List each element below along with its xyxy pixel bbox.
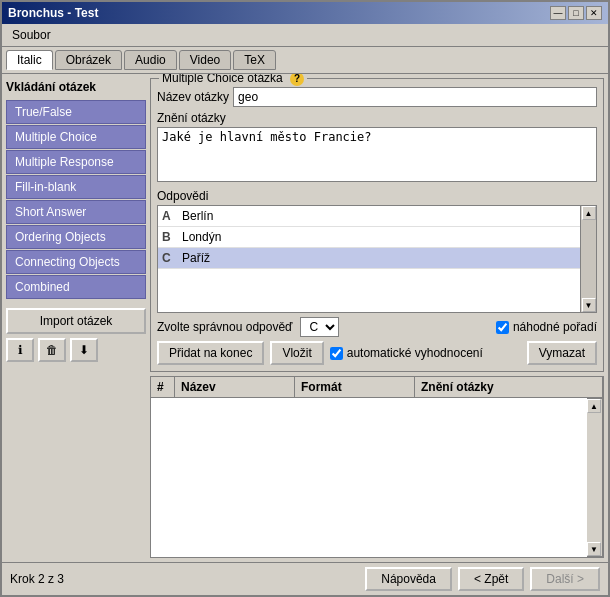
- nav-combined[interactable]: Combined: [6, 275, 146, 299]
- right-panel: Multiple Choice otázka ? Název otázky Zn…: [150, 78, 604, 558]
- toolbar: Italic Obrázek Audio Video TeX: [2, 47, 608, 74]
- answer-letter-b: B: [162, 230, 182, 244]
- vymazat-button[interactable]: Vymazat: [527, 341, 597, 365]
- auto-label: automatické vyhodnocení: [347, 346, 483, 360]
- table-scroll-up[interactable]: ▲: [587, 399, 601, 413]
- answer-row-b[interactable]: B Londýn: [158, 227, 580, 248]
- table-scrollbar[interactable]: ▲ ▼: [587, 398, 603, 557]
- zneni-textarea[interactable]: Jaké je hlavní město Francie?: [157, 127, 597, 182]
- nav-connecting-objects[interactable]: Connecting Objects: [6, 250, 146, 274]
- table-scroll-down[interactable]: ▼: [587, 542, 601, 556]
- answer-text-c: Paříž: [182, 251, 576, 265]
- bottom-bar: Krok 2 z 3 Nápověda < Zpět Další >: [2, 562, 608, 595]
- tab-tex[interactable]: TeX: [233, 50, 276, 70]
- zneni-label: Znění otázky: [157, 111, 597, 125]
- tab-italic[interactable]: Italic: [6, 50, 53, 70]
- pridat-button[interactable]: Přidat na konec: [157, 341, 264, 365]
- menu-soubor[interactable]: Soubor: [6, 26, 57, 44]
- answers-list: A Berlín B Londýn C Paříž: [157, 205, 581, 313]
- close-button[interactable]: ✕: [586, 6, 602, 20]
- icon-row: ℹ 🗑 ⬇: [6, 338, 146, 362]
- nazev-label: Název otázky: [157, 90, 229, 104]
- table-body-container: ▲ ▼: [151, 398, 603, 557]
- maximize-button[interactable]: □: [568, 6, 584, 20]
- nazev-row: Název otázky: [157, 87, 597, 107]
- table-header: # Název Formát Znění otázky: [151, 377, 603, 398]
- step-label: Krok 2 z 3: [10, 572, 64, 586]
- nav-true-false[interactable]: True/False: [6, 100, 146, 124]
- multiple-choice-group: Multiple Choice otázka ? Název otázky Zn…: [150, 78, 604, 372]
- answers-scrollbar[interactable]: ▲ ▼: [581, 205, 597, 313]
- answer-text-a: Berlín: [182, 209, 576, 223]
- answer-row-a[interactable]: A Berlín: [158, 206, 580, 227]
- download-icon-button[interactable]: ⬇: [70, 338, 98, 362]
- answers-container: A Berlín B Londýn C Paříž ▲: [157, 205, 597, 313]
- group-title: Multiple Choice otázka ?: [159, 74, 307, 86]
- correct-answer-row: Zvolte správnou odpověď C A B náhodné po…: [157, 317, 597, 337]
- auto-checkbox[interactable]: [330, 347, 343, 360]
- scroll-up-arrow[interactable]: ▲: [582, 206, 596, 220]
- table-section: # Název Formát Znění otázky ▲ ▼: [150, 376, 604, 558]
- action-row: Přidat na konec Vložit automatické vyhod…: [157, 341, 597, 365]
- menu-bar: Soubor: [2, 24, 608, 47]
- col-name: Název: [175, 377, 295, 397]
- main-window: Bronchus - Test — □ ✕ Soubor Italic Obrá…: [0, 0, 610, 597]
- vlozit-button[interactable]: Vložit: [270, 341, 323, 365]
- col-question: Znění otázky: [415, 377, 603, 397]
- nav-multiple-choice[interactable]: Multiple Choice: [6, 125, 146, 149]
- vkladani-header: Vkládání otázek: [6, 78, 146, 96]
- scroll-thumb: [581, 220, 596, 298]
- info-icon-button[interactable]: ℹ: [6, 338, 34, 362]
- col-hash: #: [151, 377, 175, 397]
- answer-row-c[interactable]: C Paříž: [158, 248, 580, 269]
- zpet-button[interactable]: < Zpět: [458, 567, 524, 591]
- tab-video[interactable]: Video: [179, 50, 231, 70]
- table-body: [151, 398, 587, 557]
- title-bar-buttons: — □ ✕: [550, 6, 602, 20]
- bottom-buttons: Nápověda < Zpět Další >: [365, 567, 600, 591]
- nazev-input[interactable]: [233, 87, 597, 107]
- dalsi-button[interactable]: Další >: [530, 567, 600, 591]
- answer-letter-a: A: [162, 209, 182, 223]
- tab-audio[interactable]: Audio: [124, 50, 177, 70]
- napoveda-button[interactable]: Nápověda: [365, 567, 452, 591]
- delete-icon-button[interactable]: 🗑: [38, 338, 66, 362]
- tab-obrazek[interactable]: Obrázek: [55, 50, 122, 70]
- import-button[interactable]: Import otázek: [6, 308, 146, 334]
- scroll-down-arrow[interactable]: ▼: [582, 298, 596, 312]
- answer-text-b: Londýn: [182, 230, 576, 244]
- correct-label: Zvolte správnou odpověď: [157, 320, 292, 334]
- help-icon[interactable]: ?: [290, 74, 304, 86]
- odpovedi-label: Odpovědi: [157, 189, 597, 203]
- answer-letter-c: C: [162, 251, 182, 265]
- left-panel: Vkládání otázek True/False Multiple Choi…: [6, 78, 146, 558]
- nav-multiple-response[interactable]: Multiple Response: [6, 150, 146, 174]
- random-order-label: náhodné pořadí: [513, 320, 597, 334]
- col-format: Formát: [295, 377, 415, 397]
- window-title: Bronchus - Test: [8, 6, 98, 20]
- random-order-row: náhodné pořadí: [496, 320, 597, 334]
- random-order-checkbox[interactable]: [496, 321, 509, 334]
- title-bar: Bronchus - Test — □ ✕: [2, 2, 608, 24]
- nav-short-answer[interactable]: Short Answer: [6, 200, 146, 224]
- correct-answer-select[interactable]: C A B: [300, 317, 339, 337]
- nav-ordering-objects[interactable]: Ordering Objects: [6, 225, 146, 249]
- nav-fill-in-blank[interactable]: Fill-in-blank: [6, 175, 146, 199]
- main-content: Vkládání otázek True/False Multiple Choi…: [2, 74, 608, 562]
- minimize-button[interactable]: —: [550, 6, 566, 20]
